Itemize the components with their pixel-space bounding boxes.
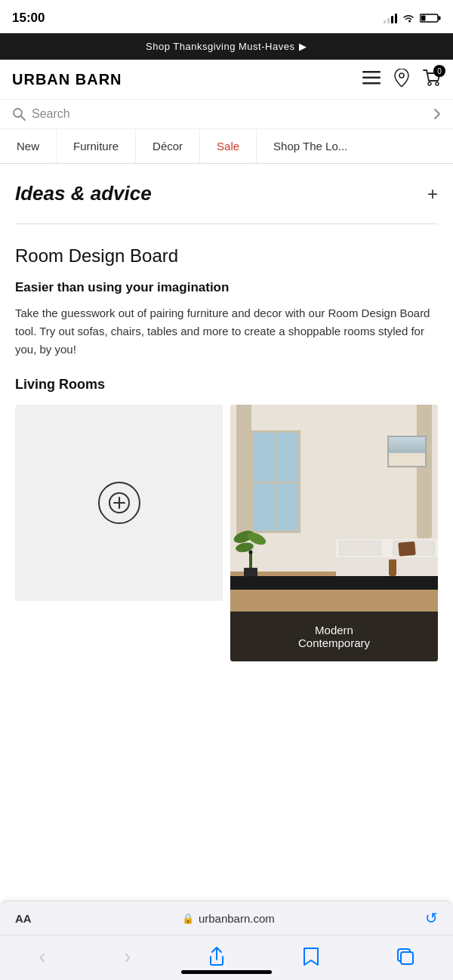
add-room-card[interactable] xyxy=(15,405,223,661)
announcement-banner[interactable]: Shop Thanksgiving Must-Haves ▶ xyxy=(0,33,453,60)
back-button[interactable]: ‹ xyxy=(39,945,46,969)
room-design-title: Room Design Board xyxy=(15,245,438,267)
modern-contemporary-card[interactable]: ModernContemporary xyxy=(230,405,438,661)
room-card-caption: ModernContemporary xyxy=(230,612,438,661)
search-placeholder: Search xyxy=(32,107,70,121)
sofa xyxy=(336,539,438,577)
signal-icon xyxy=(384,13,397,23)
add-room-icon xyxy=(98,482,140,524)
nav-tab-sale[interactable]: Sale xyxy=(200,129,257,163)
announcement-arrow: ▶ xyxy=(299,41,307,52)
room-card-caption-text: ModernContemporary xyxy=(298,624,370,649)
svg-rect-4 xyxy=(362,77,381,79)
svg-rect-1 xyxy=(439,17,441,20)
lock-icon: 🔒 xyxy=(182,913,194,924)
ideas-advice-title: Ideas & advice xyxy=(15,182,152,205)
curtain-right xyxy=(417,405,432,538)
search-icon xyxy=(12,107,26,121)
room-design-subtitle: Easier than using your imagination xyxy=(15,280,438,295)
curtain-left xyxy=(236,405,251,538)
url-text[interactable]: urbanbarn.com xyxy=(199,912,275,925)
header-icons: 0 xyxy=(362,69,441,90)
nav-tab-furniture[interactable]: Furniture xyxy=(57,129,136,163)
header: URBAN BARN 0 xyxy=(0,60,453,100)
cart-icon[interactable]: 0 xyxy=(423,69,441,89)
browser-address-bar: AA 🔒 urbanbarn.com ↺ xyxy=(0,901,453,935)
nav-tab-decor[interactable]: Décor xyxy=(136,129,200,163)
room-cards-grid: ModernContemporary xyxy=(15,405,438,661)
location-icon[interactable] xyxy=(394,69,409,90)
status-icons xyxy=(384,13,441,23)
ideas-toggle-button[interactable]: + xyxy=(427,183,438,205)
svg-rect-2 xyxy=(421,16,426,21)
svg-rect-3 xyxy=(362,71,381,73)
search-chevron-icon xyxy=(433,108,441,120)
nav-tab-shop-the-look[interactable]: Shop The Lo... xyxy=(257,129,364,163)
nav-tabs: New Furniture Décor Sale Shop The Lo... xyxy=(0,129,453,164)
reload-icon[interactable]: ↺ xyxy=(425,909,438,927)
nav-tab-new[interactable]: New xyxy=(0,129,57,163)
announcement-text: Shop Thanksgiving Must-Haves xyxy=(146,41,294,52)
tabs-button[interactable] xyxy=(397,948,414,965)
room-design-description: Take the guesswork out of pairing furnit… xyxy=(15,304,438,359)
wifi-icon xyxy=(402,13,415,23)
search-left: Search xyxy=(12,107,70,121)
home-indicator xyxy=(181,970,272,974)
svg-point-6 xyxy=(399,73,404,78)
url-display: 🔒 urbanbarn.com xyxy=(182,912,275,925)
menu-icon[interactable] xyxy=(362,71,381,88)
status-time: 15:00 xyxy=(12,11,45,26)
living-rooms-label: Living Rooms xyxy=(15,377,438,393)
battery-icon xyxy=(420,13,441,23)
search-bar[interactable]: Search xyxy=(0,100,453,129)
plant-container xyxy=(239,528,262,577)
room-card-empty-bg xyxy=(15,405,223,601)
forward-button[interactable]: › xyxy=(124,945,131,969)
window xyxy=(251,430,300,533)
font-size-control[interactable]: AA xyxy=(15,912,32,925)
svg-point-8 xyxy=(436,82,439,85)
ideas-advice-section: Ideas & advice + xyxy=(0,164,453,223)
logo[interactable]: URBAN BARN xyxy=(12,71,122,88)
main-content: Ideas & advice + Room Design Board Easie… xyxy=(0,164,453,676)
bookmarks-button[interactable] xyxy=(303,947,319,966)
status-bar: 15:00 xyxy=(0,0,453,33)
cart-badge: 0 xyxy=(433,65,445,77)
coffee-table xyxy=(230,576,438,590)
room-design-section: Room Design Board Easier than using your… xyxy=(0,224,453,676)
artwork-frame xyxy=(387,436,427,467)
svg-line-10 xyxy=(21,116,26,121)
svg-point-7 xyxy=(428,82,431,85)
share-button[interactable] xyxy=(208,947,225,966)
svg-rect-5 xyxy=(362,82,381,85)
svg-rect-15 xyxy=(401,952,413,964)
